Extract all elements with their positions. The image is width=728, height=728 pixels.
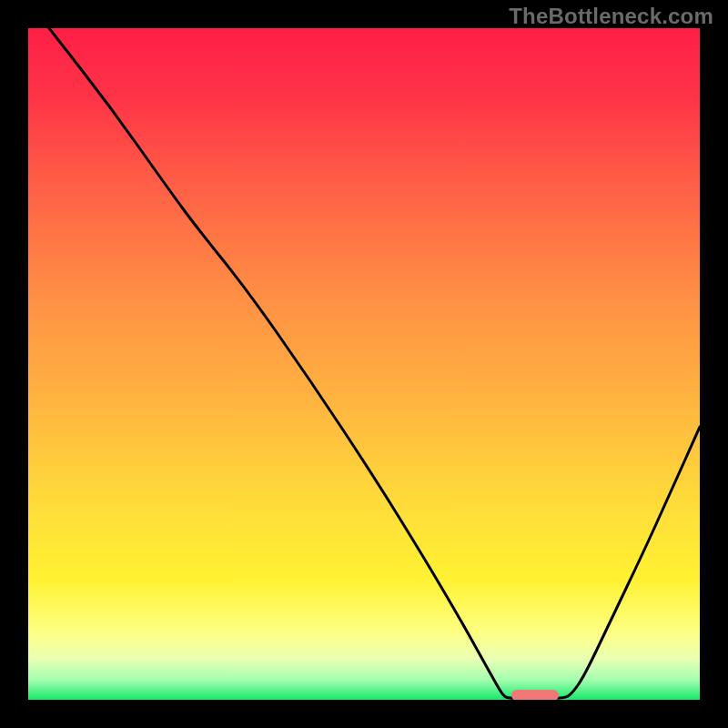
bottleneck-curve [28,28,700,700]
chart-frame: TheBottleneck.com [0,0,728,728]
optimal-marker [511,690,559,700]
plot-area [28,28,700,700]
watermark-text: TheBottleneck.com [509,4,713,29]
